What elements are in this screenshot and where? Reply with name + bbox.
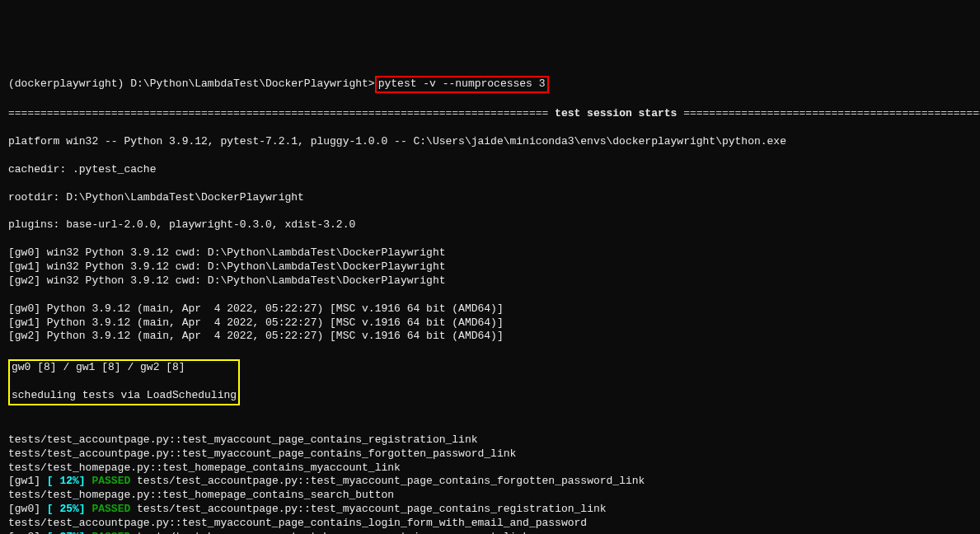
scheduling-line: scheduling tests via LoadScheduling <box>12 389 237 401</box>
platform-line: platform win32 -- Python 3.9.12, pytest-… <box>8 135 972 149</box>
worker-tag: [gw0] <box>8 503 40 515</box>
command-text: pytest -v --numprocesses 3 <box>378 77 546 90</box>
cachedir-line: cachedir: .pytest_cache <box>8 163 972 177</box>
test-id-line: tests/test_accountpage.py::test_myaccoun… <box>8 447 972 461</box>
terminal-output: (dockerplaywright) D:\Python\LambdaTest\… <box>0 56 980 534</box>
rootdir-line: rootdir: D:\Python\LambdaTest\DockerPlay… <box>8 191 972 205</box>
plugins-line: plugins: base-url-2.0.0, playwright-0.3.… <box>8 218 972 232</box>
worker-tag: [gw2] <box>8 531 40 534</box>
session-rule: ========================================… <box>8 107 972 121</box>
test-id-line: tests/test_homepage.py::test_homepage_co… <box>8 489 972 503</box>
test-path: tests/test_accountpage.py::test_myaccoun… <box>130 475 645 487</box>
gw-msc-line: [gw0] Python 3.9.12 (main, Apr 4 2022, 0… <box>8 302 972 316</box>
workers-box: gw0 [8] / gw1 [8] / gw2 [8] scheduling t… <box>8 359 240 405</box>
gw-cwd-line: [gw1] win32 Python 3.9.12 cwd: D:\Python… <box>8 260 972 274</box>
gw-cwd-line: [gw2] win32 Python 3.9.12 cwd: D:\Python… <box>8 274 972 288</box>
test-id-line: tests/test_homepage.py::test_homepage_co… <box>8 461 972 475</box>
status-passed: PASSED <box>91 503 130 515</box>
result-line: [gw0] [ 25%] PASSED tests/test_accountpa… <box>8 503 972 517</box>
blank-line <box>8 405 972 419</box>
status-passed: PASSED <box>91 475 130 487</box>
percent: [ 25%] <box>47 503 86 515</box>
workers-line: gw0 [8] / gw1 [8] / gw2 [8] <box>12 361 237 375</box>
percent: [ 37%] <box>47 531 86 534</box>
test-id-line: tests/test_accountpage.py::test_myaccoun… <box>8 517 972 531</box>
command-highlight-box: pytest -v --numprocesses 3 <box>375 76 549 93</box>
shell-prompt: (dockerplaywright) D:\Python\LambdaTest\… <box>8 77 375 90</box>
status-passed: PASSED <box>91 531 130 534</box>
result-line: [gw1] [ 12%] PASSED tests/test_accountpa… <box>8 475 972 489</box>
prompt-line: (dockerplaywright) D:\Python\LambdaTest\… <box>8 76 972 93</box>
test-id-line: tests/test_accountpage.py::test_myaccoun… <box>8 433 972 447</box>
test-path: tests/test_homepage.py::test_homepage_co… <box>130 531 529 534</box>
result-line: [gw2] [ 37%] PASSED tests/test_homepage.… <box>8 531 972 534</box>
percent: [ 12%] <box>47 475 86 487</box>
test-path: tests/test_accountpage.py::test_myaccoun… <box>130 503 606 515</box>
gw-msc-line: [gw1] Python 3.9.12 (main, Apr 4 2022, 0… <box>8 316 972 330</box>
gw-cwd-line: [gw0] win32 Python 3.9.12 cwd: D:\Python… <box>8 246 972 260</box>
gw-msc-line: [gw2] Python 3.9.12 (main, Apr 4 2022, 0… <box>8 330 972 344</box>
worker-tag: [gw1] <box>8 475 40 487</box>
